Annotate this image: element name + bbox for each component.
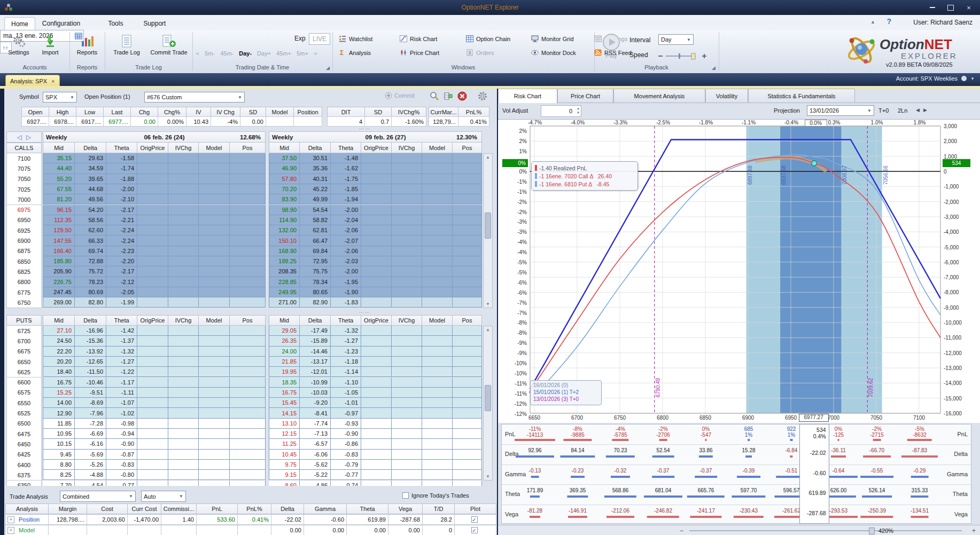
- calls-row-cell[interactable]: -2.06: [331, 225, 361, 235]
- calls-row-cell[interactable]: -2.06: [331, 246, 361, 256]
- puts-row-cell[interactable]: 8.80: [43, 460, 75, 470]
- puts-row-cell[interactable]: [422, 419, 453, 429]
- time-step-45mplus[interactable]: 45m+: [276, 50, 291, 57]
- calls-row-cell[interactable]: 62.60: [75, 225, 106, 235]
- calls-row-cell[interactable]: [168, 266, 199, 277]
- puts-row-cell[interactable]: [137, 419, 168, 429]
- puts-row-cell[interactable]: [230, 336, 266, 346]
- calls-row-cell[interactable]: [361, 194, 392, 204]
- calls-row-cell[interactable]: [168, 215, 199, 225]
- projection-t-mode[interactable]: T+0: [878, 107, 889, 114]
- calls-row-cell[interactable]: -2.07: [331, 235, 361, 246]
- puts-row-strike[interactable]: 6500: [6, 419, 42, 429]
- puts-row-cell[interactable]: -0.98: [106, 419, 137, 429]
- calls-row-cell[interactable]: [392, 266, 422, 277]
- puts-row-cell[interactable]: [137, 347, 168, 357]
- puts-row-strike[interactable]: 6425: [6, 450, 42, 460]
- calls-row-cell[interactable]: -2.24: [106, 225, 137, 235]
- calls-left-colhdr-OrigPrice[interactable]: OrigPrice: [137, 143, 168, 153]
- calls-row-cell[interactable]: [199, 235, 230, 246]
- puts-row-strike[interactable]: 6450: [6, 439, 42, 450]
- puts-row-cell[interactable]: 14.00: [43, 398, 75, 408]
- calls-row-cell[interactable]: [168, 184, 199, 194]
- calls-row-cell[interactable]: 54.20: [75, 205, 106, 215]
- puts-row-cell[interactable]: -5.62: [300, 460, 331, 470]
- puts-row-cell[interactable]: -1.11: [106, 388, 137, 398]
- puts-row-cell[interactable]: [392, 347, 422, 357]
- puts-row-cell[interactable]: 16.75: [43, 377, 75, 388]
- calls-row-cell[interactable]: 49.56: [75, 194, 106, 204]
- puts-row-cell[interactable]: 12.15: [269, 429, 300, 439]
- ribbon-button-settings[interactable]: Settings: [3, 34, 34, 56]
- puts-row-cell[interactable]: -15.89: [300, 336, 331, 346]
- calls-row-cell[interactable]: [168, 287, 199, 297]
- puts-row-cell[interactable]: -1.27: [331, 336, 361, 346]
- trade-analysis-auto-select[interactable]: Auto▼: [141, 491, 186, 502]
- close-button[interactable]: ×: [960, 2, 978, 13]
- calls-row-cell[interactable]: -2.17: [106, 205, 137, 215]
- puts-row-cell[interactable]: -10.99: [300, 377, 331, 388]
- calls-row-cell[interactable]: [199, 153, 230, 163]
- calls-row-cell[interactable]: [392, 246, 422, 256]
- puts-row-cell[interactable]: [168, 429, 199, 439]
- puts-row-cell[interactable]: [422, 388, 453, 398]
- puts-row-cell[interactable]: -1.23: [331, 347, 361, 357]
- puts-row-cell[interactable]: [137, 336, 168, 346]
- calls-row-cell[interactable]: 58.56: [75, 215, 106, 225]
- calls-row-strike[interactable]: 6925: [6, 225, 42, 236]
- puts-row-cell[interactable]: [422, 429, 453, 439]
- tab-risk-chart[interactable]: Risk Chart: [498, 89, 557, 103]
- calls-row-cell[interactable]: -2.04: [331, 215, 361, 225]
- puts-row-cell[interactable]: -0.90: [331, 429, 361, 439]
- calls-row-cell[interactable]: [392, 225, 422, 235]
- puts-row-cell[interactable]: -1.02: [106, 408, 137, 418]
- puts-row-cell[interactable]: 9.75: [269, 460, 300, 470]
- puts-row-cell[interactable]: [453, 326, 482, 336]
- calls-row-cell[interactable]: [453, 174, 482, 184]
- puts-row-strike[interactable]: 6600: [6, 377, 42, 388]
- calls-row-cell[interactable]: [422, 153, 453, 163]
- puts-row-cell[interactable]: 14.15: [269, 408, 300, 418]
- puts-row-cell[interactable]: -17.49: [300, 326, 331, 336]
- calls-row-cell[interactable]: [361, 256, 392, 266]
- calls-row-cell[interactable]: 80.65: [300, 287, 331, 297]
- windows-item-option-chain[interactable]: Option Chain: [466, 35, 510, 42]
- puts-row-cell[interactable]: 27.10: [43, 326, 75, 336]
- calls-row-cell[interactable]: 75.72: [75, 266, 106, 277]
- calls-row-cell[interactable]: [422, 174, 453, 184]
- puts-row-cell[interactable]: [199, 367, 230, 377]
- calls-row-cell[interactable]: 112.35: [43, 215, 75, 225]
- calls-left-colhdr-Pos[interactable]: Pos: [230, 143, 266, 153]
- calls-row-cell[interactable]: 49.99: [300, 194, 331, 204]
- tab-movement-analysis[interactable]: Movement Analysis: [613, 89, 705, 103]
- calls-row-cell[interactable]: [422, 184, 453, 194]
- puts-row-cell[interactable]: [422, 377, 453, 388]
- calls-row-cell[interactable]: [361, 205, 392, 215]
- puts-row-strike[interactable]: 6375: [6, 470, 42, 481]
- puts-row-cell[interactable]: [361, 450, 392, 460]
- calls-row-cell[interactable]: [230, 184, 266, 194]
- windows-item-monitor-grid[interactable]: Monitor Grid: [531, 35, 574, 42]
- puts-right-colhdr-Model[interactable]: Model: [422, 315, 453, 326]
- calls-row-cell[interactable]: 55.20: [43, 174, 75, 184]
- chart-zoom-bar[interactable]: −420%+: [498, 525, 980, 535]
- calls-row-cell[interactable]: [361, 163, 392, 174]
- calls-row-cell[interactable]: 66.47: [300, 235, 331, 246]
- calls-row-cell[interactable]: [199, 277, 230, 287]
- calls-row-cell[interactable]: 228.85: [269, 277, 300, 287]
- puts-row-cell[interactable]: -1.37: [106, 336, 137, 346]
- calls-row-cell[interactable]: [168, 194, 199, 204]
- puts-row-cell[interactable]: [230, 460, 266, 470]
- calls-row-cell[interactable]: [453, 194, 482, 204]
- calls-left-colhdr-Theta[interactable]: Theta: [106, 143, 137, 153]
- calls-row-cell[interactable]: 37.50: [269, 153, 300, 163]
- calls-row-cell[interactable]: [230, 225, 266, 235]
- calls-row-cell[interactable]: [137, 266, 168, 277]
- calls-row-cell[interactable]: [230, 215, 266, 225]
- calls-left-colhdr-Mid[interactable]: Mid: [43, 143, 75, 153]
- puts-row-cell[interactable]: [230, 377, 266, 388]
- time-step-5mminus[interactable]: 5m-: [205, 50, 215, 57]
- calls-row-cell[interactable]: [453, 246, 482, 256]
- puts-row-cell[interactable]: [422, 367, 453, 377]
- menu-tab-tools[interactable]: Tools: [102, 17, 129, 29]
